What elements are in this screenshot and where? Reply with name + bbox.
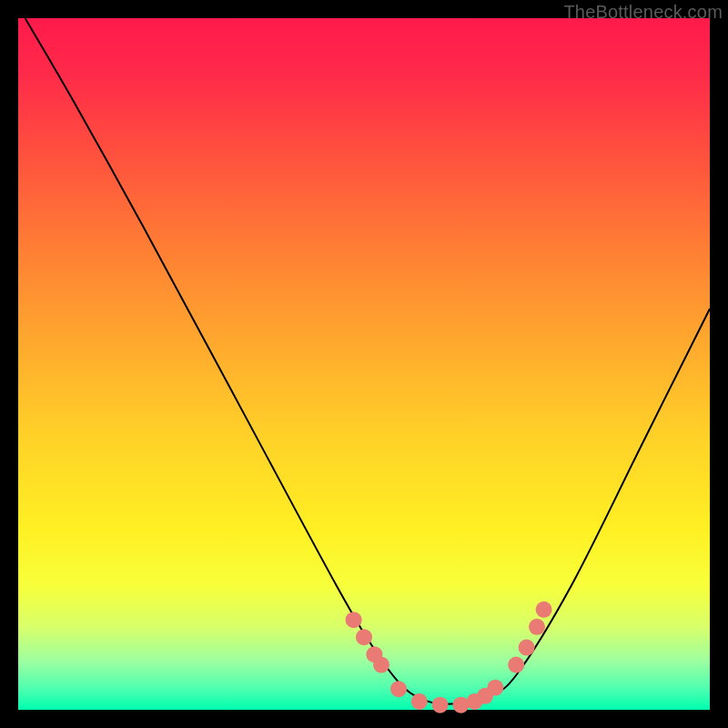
chart-frame: TheBottleneck.com <box>0 0 728 728</box>
marker-dot <box>508 657 524 673</box>
marker-dot <box>346 612 362 628</box>
marker-dot <box>432 697 449 713</box>
marker-dot <box>452 697 469 713</box>
marker-dot <box>529 619 545 635</box>
plot-area <box>18 18 710 710</box>
marker-dot <box>411 693 428 710</box>
marker-dot <box>487 680 503 696</box>
marker-dot <box>519 640 535 656</box>
marker-group <box>346 602 552 713</box>
bottleneck-curve <box>25 18 710 704</box>
marker-dot <box>373 657 389 673</box>
watermark-text: TheBottleneck.com <box>563 2 723 23</box>
marker-dot <box>536 602 552 618</box>
marker-dot <box>356 629 372 645</box>
curve-svg <box>18 18 710 710</box>
marker-dot <box>390 681 407 697</box>
